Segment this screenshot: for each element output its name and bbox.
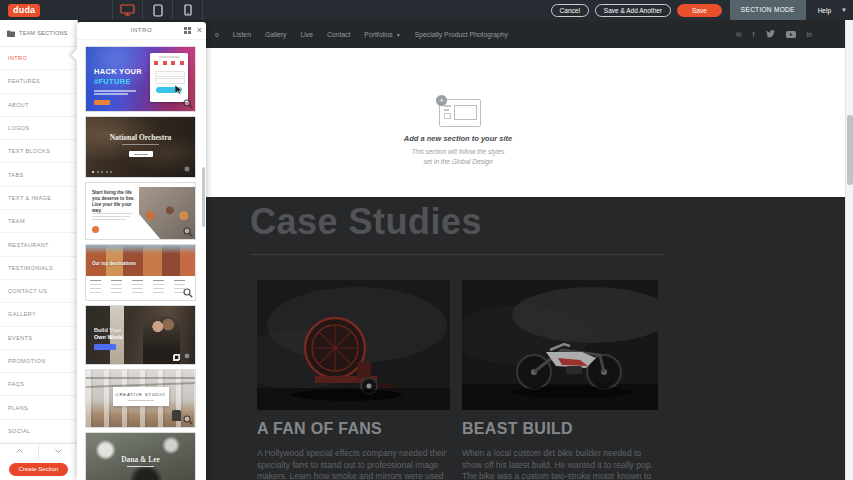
desktop-preview-button[interactable]: [113, 0, 142, 20]
section-thumbnail-dana-and-lee[interactable]: Dana & Lee: [85, 432, 196, 480]
desktop-icon: [120, 4, 135, 16]
panel-header: INTRO ×: [77, 22, 206, 40]
sidebar-item-plans[interactable]: PLANS: [0, 396, 77, 419]
section-thumbnail-live-your-way[interactable]: Start living the life you deserve to liv…: [85, 182, 196, 240]
sidebar-item-events[interactable]: EVENTS: [0, 327, 77, 350]
dirt-bike-image: [462, 280, 658, 410]
chevron-down-icon[interactable]: ▼: [841, 7, 847, 13]
sidebar-header-label: TEAM SECTIONS: [19, 30, 68, 36]
nav-item-contact[interactable]: Contact: [327, 31, 350, 38]
sidebar-item-gallery[interactable]: GALLERY: [0, 303, 77, 326]
tablet-icon: [153, 4, 163, 17]
magnifier-icon[interactable]: [183, 288, 193, 298]
section-thumbnail-national-orchestra[interactable]: National Orchestra: [85, 116, 196, 178]
add-section-icon: +: [436, 95, 480, 125]
chevron-up-icon: [16, 449, 23, 453]
case-study-title: A FAN OF FANS: [257, 420, 450, 438]
thumb-cta-button: [92, 226, 99, 233]
fan-machine-image: [257, 280, 450, 410]
magnifier-icon[interactable]: [183, 415, 193, 425]
magnifier-icon[interactable]: [183, 165, 193, 175]
email-icon[interactable]: ✉: [736, 31, 742, 38]
duda-logo[interactable]: duda: [8, 4, 40, 17]
cancel-button[interactable]: Cancel: [551, 4, 589, 17]
plus-icon: +: [436, 95, 447, 106]
sections-sidebar: TEAM SECTIONS INTRO FEATURES ABOUT LOGOS…: [0, 20, 78, 480]
nav-item-listen[interactable]: Listen: [233, 31, 251, 38]
thumb-title: CREATIVE STUDIO: [113, 392, 169, 397]
section-thumbnail-top-destinations[interactable]: Our top destinations: [85, 244, 196, 301]
section-thumbnail-build-your-own-world[interactable]: Build Your Own World: [85, 305, 196, 365]
sidebar-item-team[interactable]: TEAM: [0, 210, 77, 233]
intro-sections-panel: INTRO × HACK YOUR #FUTURE: [77, 22, 206, 480]
sidebar-item-social[interactable]: SOCIAL: [0, 420, 77, 443]
nav-item-live[interactable]: Live: [300, 31, 312, 38]
section-mode-badge: SECTION MODE: [730, 0, 806, 20]
thumb-title: Our top destinations: [92, 261, 136, 266]
nav-item-partial[interactable]: o: [215, 31, 219, 38]
chevron-down-icon: [55, 449, 62, 453]
magnifier-icon[interactable]: [183, 352, 193, 362]
sidebar-item-text-image[interactable]: TEXT & IMAGE: [0, 187, 77, 210]
sidebar-item-intro[interactable]: INTRO: [0, 47, 77, 70]
youtube-icon[interactable]: [786, 31, 796, 38]
linkedin-icon[interactable]: in: [807, 31, 812, 38]
help-menu[interactable]: Help: [818, 7, 831, 14]
thumb-cta-button: [94, 100, 110, 105]
sidebar-items: INTRO FEATURES ABOUT LOGOS TEXT BLOCKS T…: [0, 47, 77, 443]
save-button[interactable]: Save: [677, 4, 722, 17]
nav-item-portfolios-label: Portfolios: [364, 31, 392, 38]
section-thumbnail-creative-studio[interactable]: CREATIVE STUDIO: [85, 369, 196, 428]
nav-item-gallery[interactable]: Gallery: [265, 31, 287, 38]
thumb-title: Dana & Lee: [86, 455, 195, 464]
nav-item-specialty-product-photography[interactable]: Specialty Product Photography: [415, 31, 508, 38]
sidebar-item-promotion[interactable]: PROMOTION: [0, 350, 77, 373]
section-thumbnails-list: HACK YOUR #FUTURE National Orchestra: [77, 40, 206, 480]
add-section-subtitle: This section will follow the styles set …: [360, 147, 556, 166]
magnifier-icon[interactable]: [183, 227, 193, 237]
case-study-body: When a local custom dirt bike builder ne…: [462, 448, 658, 480]
folder-icon: [7, 30, 15, 37]
sidebar-footer: Create Section: [0, 458, 77, 480]
save-add-another-button[interactable]: Save & Add Another: [595, 4, 671, 17]
scroll-down-button[interactable]: [39, 444, 77, 458]
sidebar-item-testimonials[interactable]: TESTIMONIALS: [0, 257, 77, 280]
panel-scrollbar-thumb[interactable]: [202, 167, 205, 227]
topbar: duda Cancel Save & Add Another Save SECT…: [0, 0, 853, 20]
thumb-cta-button: [129, 151, 153, 157]
facebook-icon[interactable]: f: [753, 31, 755, 38]
section-thumbnail-hack-your-future[interactable]: HACK YOUR #FUTURE: [85, 46, 196, 112]
sidebar-item-about[interactable]: ABOUT: [0, 94, 77, 117]
sidebar-scroll-arrows: [0, 443, 77, 458]
sidebar-item-faqs[interactable]: FAQS: [0, 373, 77, 396]
tablet-preview-button[interactable]: [143, 0, 172, 20]
sidebar-header: TEAM SECTIONS: [0, 20, 77, 47]
scroll-up-button[interactable]: [0, 444, 39, 458]
thumb-subtitle: #FUTURE: [94, 77, 131, 86]
magnifier-icon[interactable]: [183, 99, 193, 109]
sidebar-item-tabs[interactable]: TABS: [0, 163, 77, 186]
chevron-down-icon: ▼: [396, 32, 401, 38]
thumb-title: Start living the life you deserve to liv…: [92, 190, 138, 214]
nav-item-portfolios[interactable]: Portfolios▼: [364, 31, 400, 38]
add-section-title: Add a new section to your site: [360, 134, 556, 143]
twitter-icon[interactable]: [766, 30, 775, 38]
sidebar-item-text-blocks[interactable]: TEXT BLOCKS: [0, 140, 77, 163]
case-study-card-beast-build: BEAST BUILD When a local custom dirt bik…: [462, 280, 658, 480]
close-icon[interactable]: ×: [197, 24, 202, 36]
add-section-placeholder[interactable]: + Add a new section to your site This se…: [360, 95, 556, 166]
divider: [250, 254, 665, 255]
mobile-preview-button[interactable]: [173, 0, 202, 20]
sidebar-item-contact-us[interactable]: CONTACT US: [0, 280, 77, 303]
sidebar-item-features[interactable]: FEATURES: [0, 70, 77, 93]
sidebar-item-logos[interactable]: LOGOS: [0, 117, 77, 140]
page-scrollbar[interactable]: [845, 20, 853, 480]
page-scrollbar-thumb[interactable]: [847, 115, 853, 185]
carousel-dots: [92, 171, 112, 173]
create-section-button[interactable]: Create Section: [9, 463, 69, 476]
case-study-body: A Hollywood special effects company need…: [257, 448, 450, 480]
case-study-title: BEAST BUILD: [462, 420, 658, 438]
sidebar-item-restaurant[interactable]: RESTAURANT: [0, 233, 77, 256]
duda-section-editor: duda Cancel Save & Add Another Save SECT…: [0, 0, 853, 480]
grid-view-icon[interactable]: [184, 27, 191, 34]
